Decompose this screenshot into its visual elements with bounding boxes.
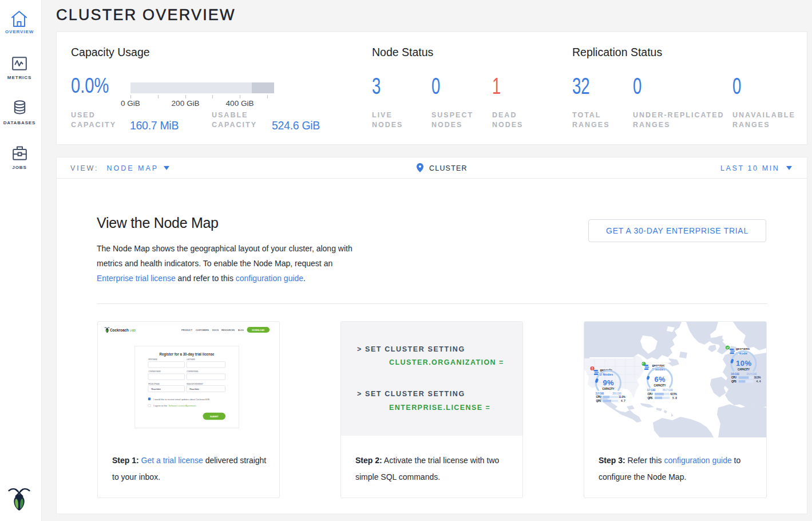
svg-text:CUSTOMERS: CUSTOMERS [196,329,209,331]
svg-text:Register for a 30-day trial li: Register for a 30-day trial license [160,352,215,357]
svg-text:QPS: QPS [596,400,602,402]
svg-text:PRODUCT: PRODUCT [181,329,192,331]
svg-text:42.5%: 42.5% [670,393,678,396]
svg-text:QPS: QPS [731,380,737,383]
svg-text:DOWNLOAD: DOWNLOAD [252,329,264,331]
svg-text:DOCS: DOCS [212,329,219,331]
svg-text:5.8: 5.8 [672,397,677,400]
svg-text:CAPACITY: CAPACITY [654,384,666,387]
svg-text:6%: 6% [655,375,666,384]
svg-text:65.7 GiB: 65.7 GiB [663,388,673,392]
svg-text:3.2 GiB: 3.2 GiB [596,392,604,395]
svg-text:3.7 GiB: 3.7 GiB [647,388,656,392]
svg-text:PROJECT PHASE: PROJECT PHASE [148,383,160,385]
svg-text:9%: 9% [603,378,614,387]
svg-text:QPS: QPS [648,397,653,400]
svg-text:3.6 GiB: 3.6 GiB [731,372,739,376]
svg-text:CPU: CPU [648,393,653,396]
svg-text:Software License Agreement.: Software License Agreement. [169,404,197,407]
svg-text:10%: 10% [736,359,751,368]
svg-text:Please Select: Please Select [189,388,200,390]
svg-text:CAPACITY: CAPACITY [603,388,615,390]
svg-text:34.4 GiB: 34.4 GiB [747,372,757,376]
svg-text:REASON FOR INTEREST: REASON FOR INTEREST [187,383,204,385]
svg-text:CPU: CPU [596,396,602,398]
svg-text:CPU: CPU [731,376,737,379]
svg-text:COMPANY NAME: COMPANY NAME [148,370,161,373]
svg-text:10.3%: 10.3% [754,376,762,379]
svg-text:4.4: 4.4 [756,380,761,383]
svg-text:11.0%: 11.0% [619,396,626,398]
svg-text:RESOURCES: RESOURCES [221,329,235,331]
svg-text:LAST NAME: LAST NAME [187,358,196,361]
svg-text:SUBMIT: SUBMIT [210,415,219,418]
svg-text:COMPANY EMAIL: COMPANY EMAIL [187,370,199,373]
svg-text:LABS: LABS [130,329,136,332]
svg-text:I would like to receive email: I would like to receive email updates ab… [153,398,210,401]
svg-text:BLOG: BLOG [238,329,244,331]
svg-text:351 GiB: 351 GiB [612,392,621,395]
svg-text:Cockroach: Cockroach [110,327,129,333]
svg-text:4.7: 4.7 [621,400,625,402]
svg-text:Please Select: Please Select [151,388,161,390]
svg-text:geo=ams: geo=ams [736,347,750,350]
svg-text:CAPACITY: CAPACITY [738,368,750,371]
svg-text:I agree to the: I agree to the [153,404,168,407]
svg-text:geo=nyc: geo=nyc [652,364,665,367]
svg-text:FIRST NAME: FIRST NAME [148,358,158,361]
